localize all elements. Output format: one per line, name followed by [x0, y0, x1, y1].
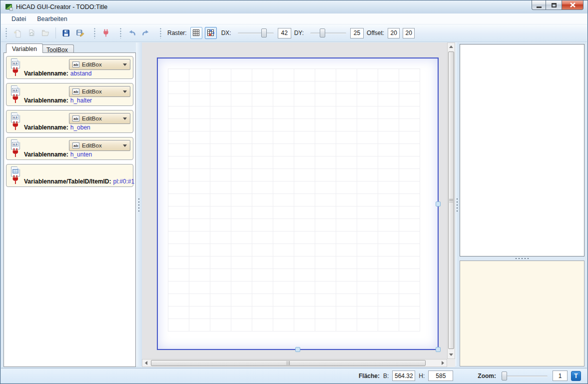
- resize-handle-corner[interactable]: [436, 347, 441, 352]
- toolbar-grip[interactable]: [159, 28, 162, 38]
- plug-icon: [12, 175, 19, 186]
- variable-card-table-item[interactable]: Variablenname/TableID/ItemID:pl:#0:#1: [6, 164, 133, 187]
- offset-y-field[interactable]: [403, 28, 415, 38]
- open-folder-button[interactable]: [39, 26, 52, 40]
- vertical-scrollbar[interactable]: [447, 42, 455, 359]
- grid-snap-icon: [207, 29, 215, 37]
- toolbar-grip[interactable]: [5, 28, 7, 38]
- height-value-field[interactable]: [428, 370, 453, 381]
- save-button[interactable]: [59, 26, 72, 40]
- chevron-down-icon: [123, 144, 127, 149]
- arrow-up-icon: [449, 44, 453, 48]
- offset-label: Offset:: [367, 30, 384, 36]
- reload-file-button[interactable]: [25, 26, 38, 40]
- scroll-left-button[interactable]: [142, 360, 150, 366]
- zoom-label: Zoom:: [478, 372, 496, 380]
- zoom-slider[interactable]: [501, 372, 548, 380]
- dy-slider-track: [310, 32, 346, 34]
- left-splitter[interactable]: [136, 42, 142, 366]
- form-canvas[interactable]: [157, 58, 439, 350]
- variable-card-abstand[interactable]: 0.5 ab EditBox Variablenname:abstand: [6, 56, 133, 79]
- resize-handle-bottom[interactable]: [295, 347, 300, 352]
- horizontal-scrollbar[interactable]: [142, 359, 447, 367]
- scroll-down-button[interactable]: [448, 351, 455, 358]
- arrow-right-icon: [442, 361, 446, 365]
- dx-label: DX:: [221, 30, 231, 36]
- right-horizontal-splitter[interactable]: [460, 256, 585, 260]
- toolbar-grip[interactable]: [93, 28, 96, 38]
- horizontal-scroll-thumb[interactable]: [151, 360, 426, 366]
- thumb-grip: [449, 198, 453, 202]
- new-file-button[interactable]: [11, 26, 24, 40]
- editbox-icon: ab: [72, 88, 79, 94]
- redo-button[interactable]: [139, 26, 152, 40]
- toolbar-group-raster: Raster: DX: DY:: [159, 27, 417, 39]
- save-as-button[interactable]: [73, 26, 86, 40]
- right-splitter[interactable]: [455, 42, 459, 366]
- zoom-value-field[interactable]: [553, 370, 568, 381]
- dx-value-field[interactable]: [278, 28, 291, 38]
- width-value-field[interactable]: [392, 370, 415, 381]
- tab-toolbox[interactable]: ToolBox: [40, 44, 74, 53]
- control-type-dropdown[interactable]: ab EditBox: [69, 140, 130, 151]
- scroll-up-button[interactable]: [448, 43, 455, 50]
- design-surface[interactable]: [142, 42, 447, 359]
- text-tool-button[interactable]: T: [571, 371, 581, 381]
- properties-pane[interactable]: [460, 260, 585, 366]
- chevron-down-icon: [123, 64, 127, 68]
- close-button[interactable]: [562, 0, 584, 10]
- menu-datei[interactable]: Datei: [7, 14, 30, 24]
- toolbar-grip[interactable]: [119, 28, 122, 38]
- grid-icon: [192, 29, 200, 37]
- undo-icon: [127, 28, 137, 38]
- plug-icon: [12, 94, 19, 106]
- splitter-grip-dots: [138, 198, 140, 212]
- thumb-grip: [287, 361, 290, 365]
- dx-slider[interactable]: [237, 28, 274, 38]
- control-type-dropdown[interactable]: ab EditBox: [69, 59, 130, 70]
- grid-snap-toggle-button[interactable]: [205, 27, 217, 39]
- dy-value-field[interactable]: [350, 28, 364, 38]
- variable-name-value: abstand: [70, 70, 92, 77]
- maximize-button[interactable]: [546, 0, 562, 10]
- resize-handle-right[interactable]: [436, 202, 441, 206]
- control-type-dropdown[interactable]: ab EditBox: [69, 113, 130, 124]
- variable-card-h-halter[interactable]: 0.5 ab EditBox Variablenname:h_halter: [6, 83, 133, 106]
- plug-icon: [101, 28, 110, 38]
- variable-card-h-unten[interactable]: 0.5 ab EditBox Variablenname:h_unten: [6, 137, 133, 160]
- dy-slider[interactable]: [310, 28, 347, 38]
- title-bar[interactable]: HiCAD GUI-Creator - TODO:Title: [0, 0, 588, 14]
- height-label: H:: [419, 372, 425, 380]
- preview-pane[interactable]: [460, 44, 585, 256]
- scroll-right-button[interactable]: [439, 360, 447, 366]
- control-type-dropdown[interactable]: ab EditBox: [69, 86, 130, 97]
- vertical-scroll-thumb[interactable]: [448, 52, 454, 349]
- redo-icon: [141, 28, 151, 38]
- plug-icon: [12, 67, 19, 78]
- variable-name-label: Variablenname:: [24, 124, 68, 131]
- variable-name-value: h_oben: [70, 124, 90, 131]
- control-type-value: EditBox: [82, 88, 102, 94]
- minimize-button[interactable]: [532, 0, 546, 10]
- raster-label: Raster:: [167, 30, 187, 36]
- undo-button[interactable]: [125, 26, 138, 40]
- scrollbar-corner: [447, 359, 455, 367]
- arrow-down-icon: [449, 354, 453, 358]
- control-type-value: EditBox: [82, 62, 102, 68]
- close-icon: [570, 2, 576, 8]
- table-icon: [12, 169, 18, 174]
- tab-variablen[interactable]: Variablen: [6, 44, 43, 53]
- splitter-grip-dots: [515, 258, 530, 260]
- dx-slider-thumb[interactable]: [261, 28, 267, 38]
- variable-card-h-oben[interactable]: 0.5 ab EditBox Variablenname:h_oben: [6, 110, 133, 133]
- dy-slider-thumb[interactable]: [320, 28, 325, 38]
- variable-name-label: Variablenname:: [24, 97, 68, 104]
- offset-x-field[interactable]: [388, 28, 400, 38]
- plug-button[interactable]: [99, 26, 112, 40]
- menu-bearbeiten[interactable]: Bearbeiten: [32, 14, 71, 24]
- maximize-icon: [552, 3, 557, 8]
- menu-bar: Datei Bearbeiten: [1, 14, 587, 24]
- snap-grid: [168, 68, 420, 332]
- zoom-slider-thumb[interactable]: [502, 372, 507, 380]
- grid-toggle-button[interactable]: [190, 27, 202, 39]
